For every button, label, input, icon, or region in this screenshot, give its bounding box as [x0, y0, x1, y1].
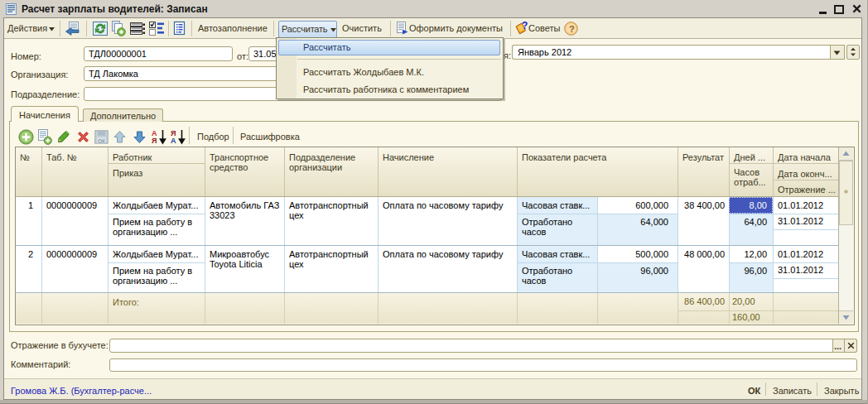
svg-text:А: А — [171, 137, 176, 145]
svg-text:?: ? — [569, 24, 575, 34]
svg-text:ОК: ОК — [98, 138, 105, 144]
svg-text:Я: Я — [152, 137, 157, 145]
svg-text:?: ? — [522, 20, 528, 31]
